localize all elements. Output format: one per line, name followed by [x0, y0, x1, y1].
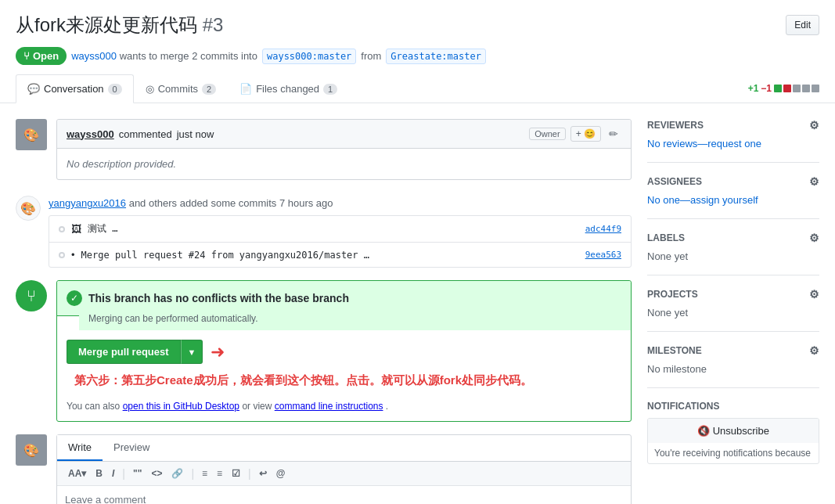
notifications-box: 🔇 Unsubscribe You're receiving notificat… [647, 418, 819, 464]
commit-sha-0[interactable]: adc44f9 [585, 224, 621, 234]
pr-title-text: 从fork来源处更新代码 [16, 14, 197, 35]
diff-block-2 [783, 85, 791, 92]
merge-pull-request-button[interactable]: Merge pull request [67, 340, 181, 364]
milestone-label: Milestone [647, 345, 702, 356]
toolbar-list-ordered[interactable]: ≡ [214, 466, 225, 481]
write-toolbar: AA▾ B I | "" <> 🔗 | ≡ ≡ ☑ | ↩ @ [57, 462, 631, 486]
write-avatar: 🎨 [16, 434, 47, 466]
commits-list: 🖼 测试 … adc44f9 • Merge pull request #24 … [49, 215, 632, 268]
toolbar-reply[interactable]: ↩ [256, 466, 270, 481]
merge-status-icon: ⑂ [16, 280, 47, 311]
labels-gear-icon[interactable]: ⚙ [809, 232, 819, 244]
diff-blocks [774, 85, 819, 92]
commit-dot-1 [59, 252, 65, 258]
commit-event-time: 7 hours ago [279, 197, 333, 209]
commits-count: 2 [202, 84, 216, 95]
merge-box: ✓ This branch has no conflicts with the … [56, 280, 632, 422]
tab-files-changed[interactable]: 📄 Files changed 1 [228, 74, 349, 103]
toolbar-sep-3: | [248, 467, 251, 480]
commit-event-author[interactable]: yangyangxu2016 [49, 197, 126, 209]
projects-gear-icon[interactable]: ⚙ [809, 288, 819, 301]
assignees-gear-icon[interactable]: ⚙ [809, 175, 819, 188]
command-line-link[interactable]: command line instructions [275, 401, 383, 412]
sidebar-assignees-title: Assignees ⚙ [647, 175, 819, 188]
pr-title-row: 从fork来源处更新代码 #3 Edit [16, 13, 819, 38]
open-badge: ⑂ Open [16, 47, 67, 65]
pr-title: 从fork来源处更新代码 #3 [16, 13, 223, 38]
milestone-gear-icon[interactable]: ⚙ [809, 344, 819, 357]
pr-tabs: 💬 Conversation 0 ◎ Commits 2 📄 Files cha… [16, 74, 819, 103]
merge-links: You can also open this in GitHub Desktop… [57, 398, 631, 421]
toolbar-bold[interactable]: B [92, 466, 106, 481]
write-placeholder[interactable]: Leave a comment [57, 486, 631, 504]
reaction-button[interactable]: + 😊 [570, 126, 601, 142]
pr-meta: ⑂ Open wayss000 wants to merge 2 commits… [16, 47, 819, 65]
tab-commits[interactable]: ◎ Commits 2 [134, 74, 228, 103]
main-content: 🎨 wayss000 commented just now Owner + 😊 … [0, 103, 835, 504]
from-text: from [361, 50, 381, 62]
sidebar-reviewers: Reviewers ⚙ No reviews—request one [647, 119, 819, 163]
merge-button-group: Merge pull request ▼ [67, 340, 203, 364]
assignees-value[interactable]: No one—assign yourself [647, 194, 819, 206]
reviewers-gear-icon[interactable]: ⚙ [809, 119, 819, 131]
pr-meta-text: wayss000 wants to merge 2 commits into [71, 50, 257, 62]
commit-icon-0: 🖼 [71, 223, 81, 235]
edit-comment-button[interactable]: ✏ [606, 126, 621, 142]
toolbar-italic[interactable]: I [109, 466, 117, 481]
reviewers-label: Reviewers [647, 120, 704, 131]
conversation-icon: 💬 [27, 83, 40, 95]
conversation-label: Conversation [44, 83, 104, 95]
files-count: 1 [323, 84, 337, 95]
sidebar-projects-title: Projects ⚙ [647, 288, 819, 301]
diff-add: +1 [748, 83, 759, 94]
toolbar-list-task[interactable]: ☑ [229, 466, 243, 481]
projects-label: Projects [647, 289, 698, 300]
tab-conversation[interactable]: 💬 Conversation 0 [16, 74, 134, 103]
toolbar-sep-2: | [191, 467, 194, 480]
write-avatar-img: 🎨 [16, 434, 47, 466]
pr-author-link[interactable]: wayss000 [71, 50, 117, 62]
tab-preview[interactable]: Preview [103, 435, 160, 461]
comment-body: No description provided. [57, 149, 631, 179]
toolbar-code[interactable]: <> [148, 466, 165, 481]
merge-title: This branch has no conflicts with the ba… [88, 292, 349, 304]
toolbar-list-unordered[interactable]: ≡ [199, 466, 211, 481]
pr-number: #3 [203, 14, 224, 35]
reviewers-value[interactable]: No reviews—request one [647, 138, 819, 149]
notifications-label: Notifications [647, 401, 719, 412]
comment-box: 🎨 wayss000 commented just now Owner + 😊 … [16, 119, 632, 180]
toolbar-mention[interactable]: @ [273, 466, 289, 481]
sidebar-projects: Projects ⚙ None yet [647, 288, 819, 332]
toolbar-quote[interactable]: "" [130, 466, 145, 481]
commit-item: 🖼 测试 … adc44f9 [49, 216, 631, 243]
content-area: 🎨 wayss000 commented just now Owner + 😊 … [16, 119, 632, 504]
open-desktop-link[interactable]: open this in GitHub Desktop [123, 401, 239, 412]
commit-event-header: yangyangxu2016 and others added some com… [49, 193, 632, 209]
source-branch[interactable]: Greastate:master [386, 49, 486, 64]
sidebar-labels-title: Labels ⚙ [647, 232, 819, 244]
merge-dropdown-button[interactable]: ▼ [181, 340, 203, 364]
edit-button[interactable]: Edit [786, 15, 819, 35]
sidebar-assignees: Assignees ⚙ No one—assign yourself [647, 175, 819, 219]
avatar-img: 🎨 [16, 119, 47, 150]
comment-author[interactable]: wayss000 [67, 128, 114, 140]
toolbar-heading[interactable]: AA▾ [65, 466, 89, 481]
files-label: Files changed [256, 83, 319, 95]
milestone-value: No milestone [647, 363, 819, 375]
diff-block-1 [774, 85, 782, 92]
merge-check-icon: ✓ [67, 290, 82, 306]
fork-icon: ⑂ [27, 287, 36, 305]
page-wrapper: 从fork来源处更新代码 #3 Edit ⑂ Open wayss000 wan… [0, 0, 835, 504]
diff-stat: +1 −1 [748, 83, 819, 94]
sidebar-notifications-title: Notifications [647, 401, 819, 412]
tab-write[interactable]: Write [57, 435, 103, 461]
commit-sha-1[interactable]: 9eea563 [585, 250, 621, 260]
comment-body-text: No description provided. [67, 158, 176, 170]
toolbar-link[interactable]: 🔗 [168, 466, 186, 481]
commit-event: 🎨 yangyangxu2016 and others added some c… [16, 193, 632, 268]
conversation-count: 0 [108, 84, 122, 95]
write-content: Write Preview AA▾ B I | "" <> 🔗 | ≡ ≡ [56, 434, 632, 504]
target-branch[interactable]: wayss000:master [262, 49, 356, 64]
unsubscribe-button[interactable]: 🔇 Unsubscribe [648, 419, 819, 443]
merge-box-body: Merge pull request ▼ ➜ 第六步：第五步Create成功后，… [57, 330, 631, 398]
